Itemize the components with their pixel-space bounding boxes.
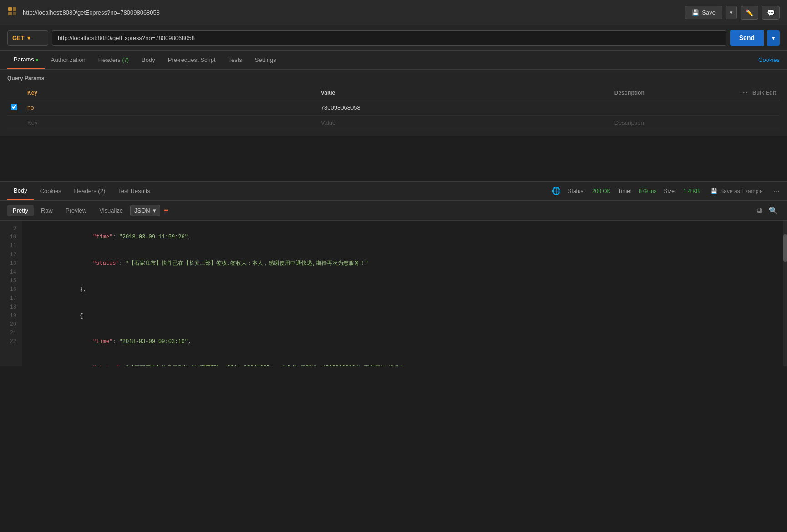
svg-rect-3 [13, 12, 16, 15]
query-params-section: Query Params Key Value Description ··· B… [0, 70, 787, 136]
save-icon: 💾 [692, 9, 699, 16]
code-line-13: "time": "2018-03-09 09:03:10", [27, 329, 782, 355]
save-as-example-button[interactable]: 💾 Save as Example [707, 186, 766, 196]
response-meta: 🌐 Status: 200 OK Time: 879 ms Size: 1.4 … [552, 186, 780, 196]
search-button[interactable]: 🔍 [767, 204, 780, 217]
line-numbers: 9 10 11 12 13 14 15 16 17 18 19 20 21 22 [0, 221, 22, 366]
globe-icon: 🌐 [552, 187, 561, 195]
query-params-title: Query Params [7, 75, 780, 81]
tab-headers[interactable]: Headers (7) [92, 51, 135, 69]
format-tab-raw[interactable]: Raw [36, 205, 58, 216]
param-description[interactable] [611, 100, 780, 116]
code-line-14: "status": "【石家庄市】快件已到达【长安三部】（0311-853442… [27, 355, 782, 366]
scrollbar-thumb[interactable] [783, 234, 787, 262]
cookies-link[interactable]: Cookies [758, 56, 780, 63]
tab-params[interactable]: Params [7, 51, 45, 69]
svg-rect-2 [8, 12, 12, 15]
response-tab-test-results[interactable]: Test Results [112, 182, 157, 200]
tab-pre-request-script[interactable]: Pre-request Script [162, 51, 222, 69]
format-tab-pretty[interactable]: Pretty [7, 205, 34, 216]
svg-rect-1 [13, 7, 16, 11]
code-line-11: }, [27, 277, 782, 303]
svg-rect-0 [8, 7, 12, 11]
tab-tests[interactable]: Tests [222, 51, 249, 69]
status-label: Status: [568, 188, 585, 194]
table-row: no 780098068058 [7, 100, 780, 116]
json-format-select[interactable]: JSON ▾ [130, 205, 160, 216]
params-dot [36, 59, 38, 61]
code-line-12: { [27, 303, 782, 329]
format-tab-preview[interactable]: Preview [60, 205, 92, 216]
format-bar: Pretty Raw Preview Visualize JSON ▾ ≡ ⧉ … [0, 201, 787, 221]
format-actions: ⧉ 🔍 [755, 204, 780, 217]
size-label: Size: [664, 188, 676, 194]
more-options-button[interactable]: ··· [774, 187, 780, 195]
code-line-10: "status": "【石家庄市】快件已在【长安三部】签收,签收人：本人，感谢使… [27, 251, 782, 277]
bulk-dots[interactable]: ··· [740, 89, 749, 97]
top-bar: http://localhost:8080/getExpress?no=7800… [0, 0, 787, 25]
time-value: 879 ms [639, 188, 656, 194]
code-line-9: "time": "2018-03-09 11:59:26", [27, 224, 782, 251]
row-checkbox[interactable] [11, 104, 17, 110]
send-caret-button[interactable]: ▾ [767, 30, 780, 46]
response-tabs-bar: Body Cookies Headers (2) Test Results 🌐 … [0, 182, 787, 201]
response-headers-badge: (2) [98, 187, 105, 194]
send-button[interactable]: Send [730, 30, 764, 46]
copy-button[interactable]: ⧉ [755, 204, 763, 217]
method-caret-icon: ▾ [27, 35, 30, 41]
tab-authorization[interactable]: Authorization [45, 51, 92, 69]
tab-body[interactable]: Body [135, 51, 162, 69]
spacer [0, 136, 787, 181]
col-header-description: Description ··· Bulk Edit [611, 86, 780, 100]
url-bar: GET ▾ Send ▾ [0, 25, 787, 51]
tab-settings[interactable]: Settings [249, 51, 283, 69]
save-button[interactable]: 💾 Save [685, 6, 722, 19]
pencil-button[interactable]: ✏️ [741, 6, 758, 20]
response-section: Body Cookies Headers (2) Test Results 🌐 … [0, 181, 787, 366]
col-header-key: Key [24, 86, 317, 100]
col-header-value: Value [317, 86, 611, 100]
url-input[interactable] [52, 30, 726, 46]
code-content: "time": "2018-03-09 11:59:26", "status":… [22, 221, 787, 366]
app-icon [7, 6, 17, 19]
chat-button[interactable]: 💬 [762, 6, 780, 20]
param-value[interactable]: 780098068058 [317, 100, 611, 116]
bulk-edit-button[interactable]: Bulk Edit [752, 90, 776, 96]
save-caret-button[interactable]: ▾ [726, 6, 737, 19]
value-placeholder[interactable]: Value [321, 119, 335, 126]
response-tab-headers[interactable]: Headers (2) [68, 182, 112, 200]
save-example-icon: 💾 [711, 188, 717, 194]
top-bar-url: http://localhost:8080/getExpress?no=7800… [23, 9, 680, 16]
format-caret-icon: ▾ [153, 207, 156, 214]
param-key[interactable]: no [24, 100, 317, 116]
size-value: 1.4 KB [683, 188, 700, 194]
key-placeholder[interactable]: Key [27, 119, 37, 126]
response-tab-body[interactable]: Body [7, 182, 34, 200]
table-row-empty: Key Value Description [7, 116, 780, 130]
scrollbar-track[interactable] [783, 221, 787, 366]
status-value: 200 OK [592, 188, 611, 194]
code-area: 9 10 11 12 13 14 15 16 17 18 19 20 21 22… [0, 221, 787, 366]
format-tab-visualize[interactable]: Visualize [94, 205, 128, 216]
top-bar-actions: 💾 Save ▾ ✏️ 💬 [685, 6, 780, 20]
desc-placeholder[interactable]: Description [614, 119, 644, 126]
response-tab-cookies[interactable]: Cookies [34, 182, 68, 200]
col-header-check [7, 86, 24, 100]
params-table: Key Value Description ··· Bulk Edit [7, 86, 780, 130]
request-tabs-bar: Params Authorization Headers (7) Body Pr… [0, 51, 787, 70]
headers-badge: (7) [122, 57, 129, 63]
filter-icon[interactable]: ≡ [164, 207, 168, 215]
time-label: Time: [618, 188, 632, 194]
method-select[interactable]: GET ▾ [7, 30, 48, 46]
